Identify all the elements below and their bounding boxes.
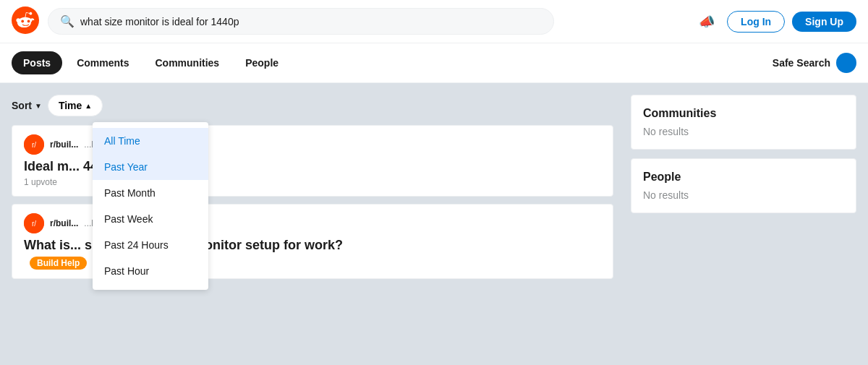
communities-body: No results bbox=[643, 126, 844, 137]
dropdown-item-past-month[interactable]: Past Month bbox=[93, 180, 208, 206]
safe-search-label: Safe Search bbox=[773, 57, 830, 69]
tab-communities[interactable]: Communities bbox=[143, 51, 231, 74]
svg-text:r/: r/ bbox=[32, 220, 36, 228]
post-subreddit[interactable]: r/buil... bbox=[50, 218, 78, 228]
dropdown-item-all-time[interactable]: All Time bbox=[93, 128, 208, 154]
dropdown-item-past-hour[interactable]: Past Hour bbox=[93, 258, 208, 284]
people-body: No results bbox=[643, 189, 844, 201]
search-icon: 🔍 bbox=[60, 14, 75, 28]
right-column: Communities No results People No results bbox=[631, 95, 856, 286]
post-subreddit[interactable]: r/buil... bbox=[50, 139, 78, 150]
people-sidebar-card: People No results bbox=[631, 158, 856, 213]
tab-people[interactable]: People bbox=[234, 51, 290, 74]
people-title: People bbox=[643, 171, 844, 184]
safe-search-toggle[interactable] bbox=[836, 53, 856, 73]
megaphone-icon[interactable]: 📣 bbox=[694, 9, 720, 35]
communities-sidebar-card: Communities No results bbox=[631, 95, 856, 150]
sort-label: Sort ▼ bbox=[12, 100, 42, 111]
svg-text:r/: r/ bbox=[32, 141, 36, 149]
time-dropdown-menu: All Time Past Year Past Month Past Week … bbox=[93, 122, 208, 290]
dropdown-item-past-week[interactable]: Past Week bbox=[93, 206, 208, 232]
reddit-logo[interactable] bbox=[12, 7, 39, 37]
avatar: r/ bbox=[24, 134, 44, 155]
communities-title: Communities bbox=[643, 107, 844, 120]
content-area: Sort ▼ Time ▲ All Time Past Year Past Mo… bbox=[0, 83, 868, 298]
search-input[interactable] bbox=[80, 16, 542, 27]
login-button[interactable]: Log In bbox=[727, 11, 785, 33]
time-dropdown-button[interactable]: Time ▲ bbox=[48, 95, 103, 116]
header: 🔍 📣 Log In Sign Up bbox=[0, 0, 868, 43]
safe-search[interactable]: Safe Search bbox=[773, 53, 856, 73]
tab-posts[interactable]: Posts bbox=[12, 51, 62, 74]
sort-bar: Sort ▼ Time ▲ All Time Past Year Past Mo… bbox=[12, 95, 613, 116]
tabs-bar: Posts Comments Communities People Safe S… bbox=[0, 43, 868, 83]
tab-comments[interactable]: Comments bbox=[65, 51, 140, 74]
post-flair: Build Help bbox=[30, 257, 87, 270]
signup-button[interactable]: Sign Up bbox=[792, 12, 856, 32]
time-chevron-icon: ▲ bbox=[85, 102, 92, 110]
sort-chevron-icon: ▼ bbox=[35, 102, 42, 110]
search-bar[interactable]: 🔍 bbox=[48, 8, 554, 35]
left-column: Sort ▼ Time ▲ All Time Past Year Past Mo… bbox=[12, 95, 613, 286]
avatar: r/ bbox=[24, 213, 44, 233]
dropdown-item-past-24-hours[interactable]: Past 24 Hours bbox=[93, 232, 208, 258]
dropdown-item-past-year[interactable]: Past Year bbox=[93, 154, 208, 180]
header-right: 📣 Log In Sign Up bbox=[694, 9, 856, 35]
